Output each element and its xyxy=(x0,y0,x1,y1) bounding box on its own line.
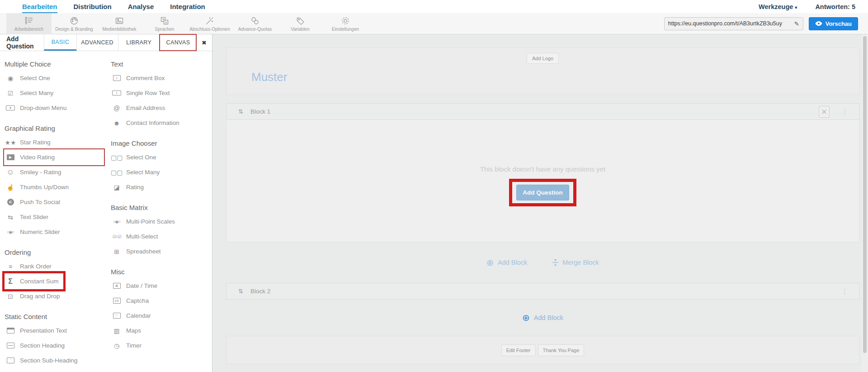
section-header: Ordering xyxy=(5,248,108,256)
question-type-push-to-social[interactable]: < Push To Social xyxy=(5,195,108,210)
section-multiple-choice: Multiple Choice ◉ Select One ☑ Select Ma… xyxy=(5,60,108,115)
question-type-presentation-text[interactable]: Presentation Text xyxy=(5,323,108,338)
eye-icon xyxy=(815,21,822,26)
palette-icon xyxy=(69,16,79,26)
nav-tab-bearbeiten[interactable]: Bearbeiten xyxy=(22,0,57,13)
block-2-header[interactable]: ⇅ Block 2 ⋮ xyxy=(226,283,859,300)
merge-block-link[interactable]: Merge Block xyxy=(552,259,599,266)
collapse-icon[interactable]: ⇅ xyxy=(238,108,243,115)
nav-tab-analyse[interactable]: Analyse xyxy=(128,0,154,13)
edit-footer-button[interactable]: Edit Footer xyxy=(501,344,536,356)
toolbar-design-branding[interactable]: Design & Branding xyxy=(52,13,97,34)
plus-circle-icon: ⊕ xyxy=(522,312,530,323)
question-type-contact-information[interactable]: ☻ Contact Information xyxy=(111,115,210,130)
block-1-header[interactable]: ⇅ Block 1 ⋮ xyxy=(226,103,859,120)
question-column-1: Multiple Choice ◉ Select One ☑ Select Ma… xyxy=(5,55,108,368)
multi-select-icon: ☑○☑ xyxy=(111,234,123,240)
section-header: Image Chooser xyxy=(111,139,210,147)
question-type-image-rating[interactable]: ◪ Rating xyxy=(111,180,210,195)
question-type-smiley-rating[interactable]: ☺ Smiley - Rating xyxy=(5,165,108,180)
question-type-spreadsheet[interactable]: ⊞ Spreadsheet xyxy=(111,244,210,259)
tab-basic[interactable]: BASIC xyxy=(44,34,76,51)
question-type-calendar[interactable]: ∷ Calendar xyxy=(111,308,210,323)
question-type-select-many[interactable]: ☑ Select Many xyxy=(5,86,108,100)
add-question-panel: Add Question BASIC ADVANCED LIBRARY CANV… xyxy=(0,34,212,372)
question-type-section-sub-heading[interactable]: ˉ Section Sub-Heading xyxy=(5,353,108,368)
question-type-dropdown-menu[interactable]: ▾ Drop-down Menu xyxy=(5,100,108,115)
nav-tab-integration[interactable]: Integration xyxy=(170,0,205,13)
thank-you-page-button[interactable]: Thank You Page xyxy=(538,344,585,356)
question-type-star-rating[interactable]: ★★ Star Rating xyxy=(5,135,108,150)
question-type-multi-select[interactable]: ☑○☑ Multi-Select xyxy=(111,229,210,244)
toolbar-abschluss-optionen[interactable]: Abschluss-Optionen xyxy=(187,13,232,34)
toolbar-sprachen[interactable]: ✶A Sprachen xyxy=(142,13,187,34)
collapse-icon[interactable]: ⇅ xyxy=(238,288,243,295)
question-type-single-row-text[interactable]: I Single Row Text xyxy=(111,86,210,100)
question-type-timer[interactable]: ◷ Timer xyxy=(111,338,210,353)
nav-tab-distribution[interactable]: Distribution xyxy=(74,0,112,13)
panel-tabs: Add Question BASIC ADVANCED LIBRARY CANV… xyxy=(0,34,212,51)
question-type-multi-point-scales[interactable]: ○◉○ Multi-Point Scales xyxy=(111,214,210,229)
share-url-box[interactable]: https://eu.questionpro.com/t/AB3urtkZB3u… xyxy=(664,17,803,30)
add-block-link[interactable]: ⊕ Add Block xyxy=(486,258,527,268)
tab-canvas[interactable]: CANVAS xyxy=(160,34,196,51)
question-type-constant-sum[interactable]: Σ Constant Sum xyxy=(5,274,108,289)
block-1-actions: ⋮ xyxy=(819,106,848,118)
question-type-image-select-many[interactable]: ▢▢ Select Many xyxy=(111,165,210,180)
section-header: Static Content xyxy=(5,313,108,320)
close-icon[interactable]: ✖ xyxy=(196,34,212,51)
section-header: Multiple Choice xyxy=(5,60,108,68)
question-type-thumbs-up-down[interactable]: ☝ Thumbs Up/Down xyxy=(5,180,108,195)
toolbar-arbeitsbereich[interactable]: Arbeitsbereich xyxy=(6,13,52,34)
scrollbar-thumb[interactable] xyxy=(863,36,867,353)
scrollbar[interactable] xyxy=(862,34,868,372)
image-select-one-icon: ▢▢ xyxy=(111,154,123,161)
add-block-link-2[interactable]: ⊕ Add Block xyxy=(522,312,563,323)
survey-title[interactable]: Muster xyxy=(251,70,859,84)
svg-text:A: A xyxy=(165,20,167,24)
toolbar-einstellungen[interactable]: Einstellungen xyxy=(323,13,368,34)
question-type-text-slider[interactable]: ⇆ Text Slider xyxy=(5,210,108,224)
block-1: ⇅ Block 1 ⋮ This block doesn't have any … xyxy=(226,103,859,242)
edit-pencil-icon[interactable]: ✎ xyxy=(794,20,799,27)
question-type-video-rating[interactable]: ▶ Video Rating xyxy=(5,150,108,165)
question-type-rank-order[interactable]: ≡ Rank Order xyxy=(5,259,108,274)
svg-text:✶: ✶ xyxy=(162,18,165,21)
question-type-maps[interactable]: ▥ Maps xyxy=(111,323,210,338)
section-basic-matrix: Basic Matrix ○◉○ Multi-Point Scales ☑○☑ … xyxy=(111,204,210,259)
question-type-comment-box[interactable]: I Comment Box xyxy=(111,71,210,86)
gear-icon xyxy=(340,16,350,26)
video-icon: ▶ xyxy=(5,154,16,160)
werkzeuge-menu[interactable]: Werkzeuge▾ xyxy=(759,3,797,10)
add-question-button[interactable]: Add Question xyxy=(516,185,569,200)
question-type-drag-and-drop[interactable]: ⊡ Drag and Drop xyxy=(5,289,108,304)
question-type-email-address[interactable]: @ Email Address xyxy=(111,100,210,115)
question-type-image-select-one[interactable]: ▢▢ Select One xyxy=(111,150,210,165)
block-title: Block 2 xyxy=(250,288,270,295)
tab-advanced[interactable]: ADVANCED xyxy=(76,34,118,51)
numeric-slider-icon: ○◉○ xyxy=(5,229,16,235)
add-block-label: Add Block xyxy=(498,259,527,266)
section-header: Graphical Rating xyxy=(5,124,108,132)
toolbar-medienbibliothek[interactable]: Medienbibliothek xyxy=(97,13,142,34)
kebab-menu-icon[interactable]: ⋮ xyxy=(841,287,848,296)
slider-icon: ⇆ xyxy=(5,214,16,220)
kebab-menu-icon[interactable]: ⋮ xyxy=(841,108,848,116)
preview-button[interactable]: Vorschau xyxy=(809,17,858,30)
section-subheading-icon: ˉ xyxy=(5,358,16,363)
question-type-section-heading[interactable]: Section Heading xyxy=(5,338,108,353)
randomize-icon[interactable] xyxy=(819,106,830,118)
question-type-captcha[interactable]: ic8 Captcha xyxy=(111,293,210,308)
tab-library[interactable]: LIBRARY xyxy=(118,34,160,51)
toolbar-advance-quotas[interactable]: Advance-Quotas xyxy=(232,13,278,34)
survey-header-card: Add Logo Muster xyxy=(226,48,859,95)
question-type-numeric-slider[interactable]: ○◉○ Numeric Slider xyxy=(5,224,108,239)
calendar-icon: ∷ xyxy=(111,313,123,319)
question-type-select-one[interactable]: ◉ Select One xyxy=(5,71,108,86)
survey-footer-card: Edit Footer Thank You Page xyxy=(226,336,859,364)
question-type-date-time[interactable]: ≣ Date / Time xyxy=(111,278,210,293)
responses-count[interactable]: Antworten: 5 xyxy=(815,3,855,10)
add-logo-button[interactable]: Add Logo xyxy=(527,53,559,64)
question-type-list: Multiple Choice ◉ Select One ☑ Select Ma… xyxy=(0,51,212,55)
toolbar-variablen[interactable]: Variablen xyxy=(278,13,323,34)
